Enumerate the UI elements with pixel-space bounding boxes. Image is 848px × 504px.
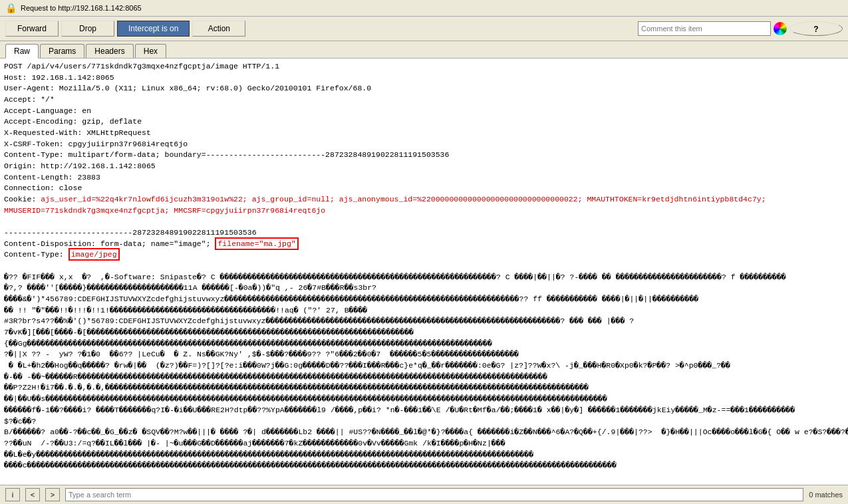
next-button[interactable]: >: [45, 488, 60, 501]
prev-button[interactable]: <: [25, 488, 40, 501]
tab-params[interactable]: Params: [40, 44, 84, 58]
tab-raw[interactable]: Raw: [5, 44, 39, 59]
search-input[interactable]: [65, 488, 803, 501]
action-button[interactable]: Action: [192, 21, 245, 37]
toolbar: Forward Drop Intercept is on Action ?: [0, 17, 848, 41]
tab-hex[interactable]: Hex: [135, 44, 166, 58]
forward-button[interactable]: Forward: [5, 21, 59, 37]
drop-button[interactable]: Drop: [61, 21, 114, 37]
title-bar: 🔒 Request to http://192.168.1.142:8065: [0, 0, 848, 17]
lock-icon: 🔒: [5, 3, 17, 13]
request-body[interactable]: POST /api/v4/users/771skdndk7g3mqxe4nzfg…: [0, 59, 848, 485]
tabs-bar: Raw Params Headers Hex: [0, 41, 848, 59]
bottom-bar: i < > 0 matches: [0, 485, 848, 504]
content-area: POST /api/v4/users/771skdndk7g3mqxe4nzfg…: [0, 59, 848, 485]
matches-label: 0 matches: [809, 491, 843, 499]
title-text: Request to http://192.168.1.142:8065: [21, 4, 142, 12]
help-button[interactable]: ?: [789, 21, 843, 36]
comment-input[interactable]: [638, 21, 771, 36]
info-button[interactable]: i: [5, 488, 20, 501]
comment-area: ?: [638, 21, 843, 36]
tab-headers[interactable]: Headers: [86, 44, 133, 58]
intercept-button[interactable]: Intercept is on: [117, 21, 190, 37]
color-icon: [774, 22, 787, 35]
